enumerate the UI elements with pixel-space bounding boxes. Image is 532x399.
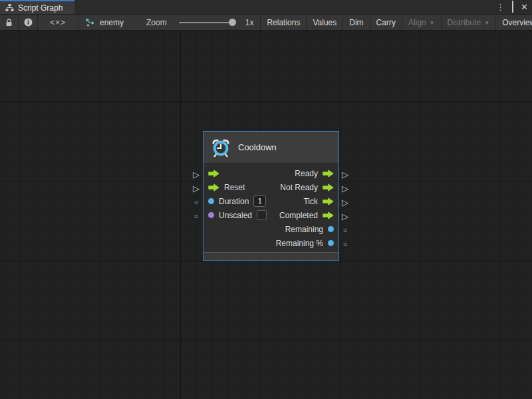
toolbar-center-group: enemy Zoom 1x [78, 15, 260, 30]
info-icon [24, 18, 33, 27]
graph-hierarchy-icon [5, 4, 14, 11]
flow-triangle-icon: ▷ [193, 170, 200, 179]
toolbar-button-label: Values [313, 18, 336, 27]
cooldown-node-header[interactable]: Cooldown [203, 132, 338, 164]
toolbar-button-label: Carry [376, 18, 396, 27]
lock-button[interactable] [0, 15, 19, 30]
input-marker-reset[interactable]: ▷ [192, 182, 201, 196]
info-button[interactable] [19, 15, 38, 30]
output-port-label: Remaining % [276, 239, 323, 248]
flow-triangle-icon: ▷ [342, 184, 348, 193]
input-port-unscaled[interactable]: Unscaled [208, 210, 267, 220]
flow-arrow-icon [208, 184, 219, 192]
input-port-flow-in-0[interactable] [208, 170, 219, 178]
output-port-remaining[interactable]: Remaining % [276, 239, 334, 248]
value-circle-icon: ○ [343, 227, 348, 234]
toolbar-button-label: Align [408, 18, 426, 27]
lock-icon [5, 19, 13, 27]
output-port-remaining[interactable]: Remaining [285, 225, 334, 234]
flow-triangle-icon: ▷ [342, 170, 348, 179]
output-marker-not-ready[interactable]: ▷ [340, 182, 350, 196]
zoom-slider[interactable] [179, 22, 235, 23]
flow-arrow-icon [323, 211, 334, 219]
output-port-label: Ready [295, 169, 318, 178]
toolbar-button-align[interactable]: Align▼ [402, 15, 441, 30]
toolbar-button-values[interactable]: Values [306, 15, 342, 30]
zoom-slider-handle[interactable] [229, 19, 236, 26]
tab-script-graph[interactable]: Script Graph [0, 0, 74, 14]
toolbar-button-overview[interactable]: Overview [495, 15, 532, 30]
port-row-4: Remaining [203, 222, 338, 236]
output-marker-tick[interactable]: ▷ [340, 196, 350, 209]
value-dot-icon [328, 240, 334, 246]
graph-toolbar: <×> enemy Zoom 1x RelationsValuesDimCarr… [0, 15, 532, 31]
port-row-2: Duration1Tick [203, 194, 338, 208]
port-row-1: ResetNot Ready [203, 180, 338, 194]
output-port-not-ready[interactable]: Not Ready [280, 183, 334, 192]
code-view-toggle[interactable]: <×> [38, 15, 78, 30]
chevron-down-icon: ▼ [484, 20, 489, 26]
duration-value-field[interactable]: 1 [253, 196, 266, 207]
maximize-icon[interactable] [512, 3, 513, 11]
script-graph-asset-icon [85, 18, 94, 27]
zoom-label: Zoom [146, 18, 167, 27]
value-circle-icon: ○ [194, 199, 199, 206]
input-port-reset[interactable]: Reset [208, 183, 245, 192]
graph-owner-label: enemy [100, 18, 124, 27]
input-port-label: Duration [219, 197, 249, 206]
flow-arrow-icon [208, 170, 219, 178]
output-port-tick[interactable]: Tick [303, 197, 334, 206]
node-title: Cooldown [238, 142, 277, 152]
output-marker-remaining[interactable]: ○ [340, 223, 350, 237]
tab-title: Script Graph [18, 3, 63, 13]
toolbar-button-relations[interactable]: Relations [260, 15, 306, 30]
graph-canvas[interactable]: Cooldown ReadyResetNot ReadyDuration1Tic… [0, 31, 532, 399]
input-port-duration[interactable]: Duration1 [208, 196, 266, 207]
chevron-down-icon: ▼ [430, 20, 435, 26]
output-port-completed[interactable]: Completed [279, 211, 334, 220]
unscaled-checkbox[interactable] [257, 210, 267, 220]
toolbar-button-carry[interactable]: Carry [370, 15, 402, 30]
toolbar-left-group: <×> [0, 15, 78, 30]
cooldown-node[interactable]: Cooldown ReadyResetNot ReadyDuration1Tic… [203, 131, 339, 261]
alarm-clock-icon [211, 138, 231, 158]
port-row-5: Remaining % [203, 236, 338, 250]
output-port-label: Tick [303, 197, 318, 206]
toolbar-buttons: RelationsValuesDimCarryAlign▼Distribute▼… [260, 15, 532, 30]
close-icon[interactable]: ✕ [521, 3, 528, 11]
value-circle-icon: ○ [194, 213, 199, 220]
node-ports: ReadyResetNot ReadyDuration1TickUnscaled… [203, 164, 338, 250]
value-dot-icon [208, 212, 214, 218]
toolbar-button-dim[interactable]: Dim [342, 15, 369, 30]
output-marker-ready[interactable]: ▷ [340, 168, 350, 182]
input-marker-input-0[interactable]: ▷ [192, 168, 201, 182]
value-circle-icon: ○ [343, 241, 348, 248]
toolbar-button-label: Overview [502, 18, 532, 27]
input-port-markers: ▷▷○○ [192, 168, 201, 223]
flow-triangle-icon: ▷ [342, 198, 348, 207]
output-marker-remaining[interactable]: ○ [340, 237, 350, 251]
input-marker-duration[interactable]: ○ [192, 196, 201, 209]
toolbar-button-label: Dim [349, 18, 363, 27]
output-port-label: Remaining [285, 225, 323, 234]
window-menu-icon[interactable]: ⋮ [496, 3, 505, 11]
node-footer [203, 252, 338, 260]
port-row-3: UnscaledCompleted [203, 208, 338, 222]
flow-arrow-icon [323, 184, 334, 192]
flow-triangle-icon: ▷ [193, 184, 200, 193]
maximize-box [512, 1, 513, 13]
input-marker-unscaled[interactable]: ○ [192, 209, 201, 223]
flow-arrow-icon [323, 198, 334, 205]
output-port-ready[interactable]: Ready [295, 169, 334, 178]
port-row-0: Ready [203, 166, 338, 180]
flow-triangle-icon: ▷ [342, 212, 348, 221]
output-port-label: Not Ready [280, 183, 318, 192]
output-marker-completed[interactable]: ▷ [340, 209, 350, 223]
value-dot-icon [328, 226, 334, 232]
input-port-label: Unscaled [219, 211, 252, 220]
toolbar-button-distribute[interactable]: Distribute▼ [441, 15, 496, 30]
input-port-label: Reset [224, 183, 245, 192]
output-port-markers: ▷▷▷▷○○ [340, 168, 350, 251]
output-port-label: Completed [279, 211, 318, 220]
toolbar-button-label: Relations [267, 18, 300, 27]
